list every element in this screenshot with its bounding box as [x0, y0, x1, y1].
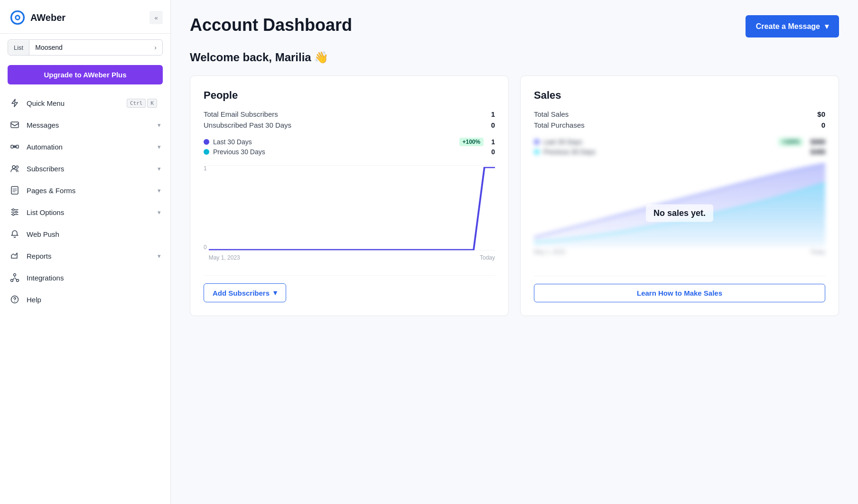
- stat-row-total-sales: Total Sales $0: [534, 110, 825, 118]
- chevron-down-icon: ▾: [158, 165, 161, 172]
- sidebar-item-label: Messages: [27, 121, 158, 129]
- stat-label: Total Email Subscribers: [204, 110, 278, 118]
- sales-legend-blurred: Last 30 Days +100% $999 Previous 30 Days…: [534, 138, 825, 158]
- sales-card-footer: Learn How to Make Sales: [534, 276, 825, 302]
- top-bar: Account Dashboard Create a Message ▾: [190, 15, 839, 37]
- sidebar-item-label: Pages & Forms: [27, 187, 158, 195]
- chevron-down-icon: ▾: [273, 289, 277, 297]
- chart-date-end: Today: [480, 254, 495, 261]
- svg-point-12: [12, 214, 14, 215]
- svg-rect-3: [11, 122, 19, 128]
- people-card-footer: Add Subscribers ▾: [204, 275, 495, 302]
- sales-chart-wrapper: May 1, 2023 Today No sales yet.: [534, 161, 825, 264]
- automation-icon: [9, 141, 20, 152]
- sidebar-header: AWeber «: [0, 0, 170, 34]
- wave-emoji: 👋: [314, 51, 328, 64]
- sidebar-item-label: Automation: [27, 143, 158, 151]
- stat-label: Total Purchases: [534, 121, 585, 129]
- stat-label: Total Sales: [534, 110, 569, 118]
- legend-label: Previous 30 Days: [213, 148, 265, 156]
- add-subscribers-label: Add Subscribers: [213, 289, 270, 297]
- list-name: Moosend: [29, 40, 149, 55]
- sidebar-item-list-options[interactable]: List Options ▾: [0, 201, 170, 223]
- stat-value: 0: [491, 121, 495, 129]
- integrations-icon: [9, 272, 20, 283]
- svg-point-11: [15, 211, 17, 213]
- no-sales-overlay: No sales yet.: [646, 204, 713, 222]
- sidebar-item-pages-forms[interactable]: Pages & Forms ▾: [0, 179, 170, 201]
- stat-row-unsubscribed: Unsubscribed Past 30 Days 0: [204, 121, 495, 129]
- people-card-title: People: [204, 89, 495, 102]
- lightning-icon: [9, 98, 20, 108]
- sidebar-item-integrations[interactable]: Integrations: [0, 267, 170, 289]
- sales-card-title: Sales: [534, 89, 825, 102]
- envelope-icon: [9, 120, 20, 130]
- sidebar-item-web-push[interactable]: Web Push: [0, 223, 170, 245]
- sidebar-item-label: Reports: [27, 252, 158, 260]
- chevron-down-icon: ▾: [158, 143, 161, 150]
- welcome-message: Welcome back, Marilia 👋: [190, 51, 839, 64]
- people-card: People Total Email Subscribers 1 Unsubsc…: [190, 75, 509, 316]
- sidebar-item-automation[interactable]: Automation ▾: [0, 136, 170, 158]
- y-axis-label: 1: [204, 165, 207, 172]
- sidebar-item-label: Quick Menu: [27, 99, 127, 107]
- sidebar-item-label: Integrations: [27, 274, 161, 282]
- svg-point-10: [12, 209, 14, 211]
- legend-row-prev30: Previous 30 Days 0: [204, 148, 495, 156]
- svg-rect-5: [16, 145, 19, 148]
- chart-icon: [9, 251, 20, 261]
- svg-point-13: [14, 274, 16, 276]
- chevron-down-icon: ▾: [825, 22, 829, 31]
- stat-value: 1: [491, 110, 495, 118]
- create-message-button[interactable]: Create a Message ▾: [746, 15, 839, 37]
- sidebar-item-label: Web Push: [27, 230, 161, 238]
- stat-row-total-subscribers: Total Email Subscribers 1: [204, 110, 495, 118]
- stat-row-total-purchases: Total Purchases 0: [534, 121, 825, 129]
- learn-sales-button[interactable]: Learn How to Make Sales: [534, 284, 825, 302]
- sidebar-collapse-button[interactable]: «: [149, 11, 163, 24]
- legend-dot: [204, 139, 209, 145]
- sales-date-start: May 1, 2023: [534, 249, 565, 255]
- welcome-text: Welcome back, Marilia: [190, 51, 311, 64]
- legend-row-last30: Last 30 Days +100% 1: [204, 138, 495, 146]
- sidebar-nav: Quick Menu Ctrl K Messages ▾ Automation …: [0, 92, 170, 310]
- legend-label: Last 30 Days: [213, 138, 252, 146]
- question-icon: [9, 294, 20, 305]
- chevron-down-icon: ▾: [158, 209, 161, 216]
- sidebar-item-quick-menu[interactable]: Quick Menu Ctrl K: [0, 92, 170, 114]
- sidebar-item-label: Help: [27, 296, 161, 304]
- sales-chart-dates: May 1, 2023 Today: [534, 249, 825, 255]
- add-subscribers-button[interactable]: Add Subscribers ▾: [204, 283, 286, 302]
- page-title: Account Dashboard: [190, 15, 352, 35]
- sidebar-item-reports[interactable]: Reports ▾: [0, 245, 170, 267]
- chart-dates: May 1, 2023 Today: [209, 254, 495, 261]
- logo-text: AWeber: [30, 12, 65, 23]
- legend-dot: [204, 149, 209, 155]
- pages-icon: [9, 185, 20, 196]
- legend-value: 0: [491, 148, 495, 156]
- people-icon: [9, 163, 20, 174]
- bell-icon: [9, 229, 20, 239]
- svg-rect-4: [11, 145, 13, 148]
- people-chart: 1 0 May 1, 2023 Today: [204, 165, 495, 260]
- sidebar-item-label: Subscribers: [27, 165, 158, 173]
- list-label: List: [8, 40, 29, 55]
- sidebar-item-help[interactable]: Help: [0, 289, 170, 310]
- dashboard-grid: People Total Email Subscribers 1 Unsubsc…: [190, 75, 839, 316]
- svg-point-8: [16, 166, 19, 168]
- svg-point-2: [16, 16, 19, 19]
- upgrade-button[interactable]: Upgrade to AWeber Plus: [8, 65, 163, 84]
- legend-value: 1: [491, 138, 495, 146]
- sidebar-item-messages[interactable]: Messages ▾: [0, 114, 170, 136]
- chevron-down-icon: ▾: [158, 187, 161, 194]
- stat-value: 0: [821, 121, 825, 129]
- list-selector[interactable]: List Moosend ›: [8, 39, 163, 56]
- growth-badge: +100%: [459, 138, 484, 146]
- chevron-down-icon: ▾: [158, 252, 161, 260]
- sales-card: Sales Total Sales $0 Total Purchases 0 L…: [520, 75, 839, 316]
- sidebar-item-subscribers[interactable]: Subscribers ▾: [0, 158, 170, 179]
- logo: AWeber: [8, 8, 65, 28]
- svg-point-7: [12, 166, 15, 168]
- list-chevron-icon[interactable]: ›: [149, 40, 162, 55]
- y-axis-label: 0: [204, 244, 207, 251]
